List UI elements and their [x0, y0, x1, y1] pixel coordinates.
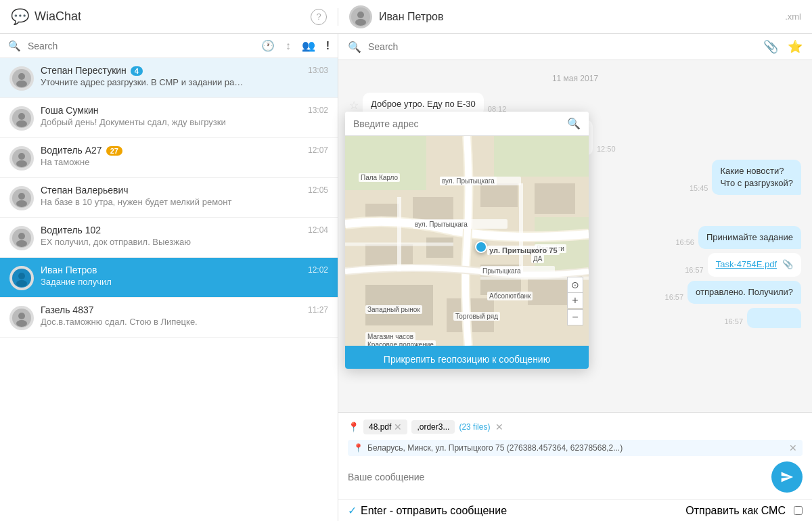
zoom-out-button[interactable]: −	[567, 309, 583, 325]
contact-time: 12:04	[308, 225, 328, 235]
svg-point-10	[18, 153, 25, 160]
location-address: Беларусь, Минск, ул. Притыцкого 75 (2763…	[367, 443, 623, 453]
files-clear-button[interactable]: ✕	[495, 422, 503, 432]
star-toggle[interactable]: ☆	[349, 99, 359, 112]
contact-item[interactable]: Водитель 102 12:04 ЕХ получил, док отпра…	[0, 218, 338, 258]
map-road-label: вул. Прытыцкага	[440, 177, 497, 185]
message-time: 16:56	[675, 238, 694, 246]
contact-item[interactable]: Степан Валерьевич 12:05 На базе в 10 утр…	[0, 178, 338, 218]
message-input[interactable]	[348, 472, 766, 482]
svg-point-20	[16, 280, 27, 287]
map-place-label: Торговый ряд	[453, 312, 500, 321]
contact-row: Степан Валерьевич 12:05	[41, 185, 328, 196]
contact-row: Степан Перестукин4 13:03	[41, 65, 328, 76]
file-chip-2: ,order3...	[411, 420, 455, 434]
contact-name: Иван Петров	[41, 265, 97, 275]
logo-area: 💬 WiaChat ?	[0, 8, 338, 26]
map-place-label: Западный рынок	[365, 305, 422, 314]
location-remove-button[interactable]: ✕	[789, 443, 797, 453]
contact-list: Степан Перестукин4 13:03 Уточните адрес …	[0, 58, 338, 521]
locate-me-button[interactable]: ⊙	[567, 277, 583, 293]
svg-rect-33	[535, 183, 575, 214]
map-location-button[interactable]: ⊙	[567, 277, 583, 293]
map-zoom-controls: + −	[567, 292, 583, 325]
xml-label: .xml	[785, 12, 801, 22]
search-input[interactable]	[28, 41, 254, 51]
contact-time: 12:07	[308, 145, 328, 155]
map-canvas: вул. Прытыцкага вул. Прытыцкага Прытыцка…	[345, 136, 589, 346]
sms-checkbox[interactable]	[794, 506, 803, 515]
sidebar: 🔍 🕐 ↕ 👥 ! Степан Перестукин4 13:03 Уточн…	[0, 34, 338, 521]
sms-label: Отправить как СМС	[685, 505, 786, 517]
contact-avatar	[9, 306, 34, 330]
contact-info: Степан Валерьевич 12:05 На базе в 10 утр…	[41, 185, 328, 207]
pin-icon: 📍	[348, 422, 359, 432]
app-title: WiaChat	[35, 9, 81, 24]
svg-point-23	[16, 320, 27, 327]
svg-point-1	[357, 12, 364, 18]
sort-icon[interactable]: ↕	[286, 40, 291, 52]
logo-icon: 💬	[11, 8, 29, 26]
message-time: 15:45	[690, 184, 708, 192]
message-time: 16:57	[685, 266, 704, 274]
map-road-label: вул. Прытыцкага	[413, 220, 470, 229]
attach-icon[interactable]: 📎	[763, 39, 778, 54]
chat-search-bar: 🔍 📎 ⭐	[338, 34, 812, 60]
svg-point-17	[16, 240, 27, 247]
chat-footer: ✓ Enter - отправить сообщение Отправить …	[338, 499, 812, 521]
badge: 27	[106, 146, 122, 156]
top-bar: 💬 WiaChat ? Иван Петров .xml	[0, 0, 812, 34]
message-bubble	[747, 308, 801, 328]
alert-icon[interactable]: !	[326, 40, 330, 52]
map-place-label: Пала Карло	[359, 173, 400, 182]
chip-close-1[interactable]: ✕	[394, 422, 402, 432]
file-link[interactable]: Task-4754E.pdf	[716, 258, 777, 271]
star-icon[interactable]: ⭐	[788, 39, 803, 54]
help-button[interactable]: ?	[311, 9, 327, 25]
contact-time: 11:27	[308, 305, 328, 315]
contact-row: Газель 4837 11:27	[41, 304, 328, 315]
enter-label: Enter - отправить сообщение	[361, 505, 507, 517]
contact-time: 12:05	[308, 185, 328, 195]
history-icon[interactable]: 🕐	[261, 39, 275, 52]
contact-name: Водитель А2727	[41, 145, 122, 156]
contact-info: Степан Перестукин4 13:03 Уточните адрес …	[41, 65, 328, 87]
contact-item[interactable]: Водитель А2727 12:07 На таможне	[0, 138, 338, 178]
map-search-icon[interactable]: 🔍	[567, 117, 581, 130]
contact-row: Гоша Сумкин 13:02	[41, 105, 328, 116]
contact-item[interactable]: Степан Перестукин4 13:03 Уточните адрес …	[0, 58, 338, 98]
svg-point-11	[16, 160, 27, 167]
contact-message: На таможне	[41, 157, 244, 167]
contact-message: Доc.в.таможню сдал. Стою в Липецке.	[41, 317, 244, 327]
send-button[interactable]	[771, 461, 803, 493]
contacts-icon[interactable]: 👥	[302, 39, 315, 52]
contact-item[interactable]: Газель 4837 11:27 Доc.в.таможню сдал. Ст…	[0, 298, 338, 338]
chat-panel: 🔍 📎 ⭐ 11 мая 2017 ☆ Доброе утро. Еду по …	[338, 34, 812, 521]
contact-info: Водитель 102 12:04 ЕХ получил, док отпра…	[41, 225, 328, 247]
map-address-input[interactable]	[353, 118, 562, 129]
contact-name: Степан Валерьевич	[41, 185, 129, 196]
contact-info: Иван Петров 12:02 Задание получил	[41, 265, 328, 287]
svg-point-8	[16, 120, 27, 127]
svg-rect-25	[345, 136, 426, 190]
message-bubble: отправлено. Получили?	[687, 281, 801, 304]
contact-time: 12:02	[308, 265, 328, 275]
zoom-in-button[interactable]: +	[567, 292, 583, 309]
send-icon	[780, 470, 794, 484]
svg-point-14	[16, 200, 27, 207]
paperclip-icon: 📎	[782, 258, 793, 271]
loc-pin-icon: 📍	[353, 443, 363, 453]
main-content: 🔍 🕐 ↕ 👥 ! Степан Перестукин4 13:03 Уточн…	[0, 34, 812, 521]
contact-name: Газель 4837	[41, 304, 94, 315]
contact-item[interactable]: Гоша Сумкин 13:02 Добрый день! Документы…	[0, 98, 338, 138]
chat-search-icon: 🔍	[348, 41, 361, 53]
chat-search-input[interactable]	[368, 41, 757, 52]
contact-item[interactable]: Иван Петров 12:02 Задание получил	[0, 258, 338, 298]
contact-avatar	[9, 106, 34, 131]
sidebar-search-bar: 🔍 🕐 ↕ 👥 !	[0, 34, 338, 58]
contact-time: 13:02	[308, 106, 328, 115]
svg-point-19	[18, 273, 25, 279]
attach-geoposition-button[interactable]: Прикрепить геопозицию к сообщению	[345, 346, 589, 369]
search-icon: 🔍	[8, 40, 21, 52]
map-location-pin	[475, 241, 487, 253]
